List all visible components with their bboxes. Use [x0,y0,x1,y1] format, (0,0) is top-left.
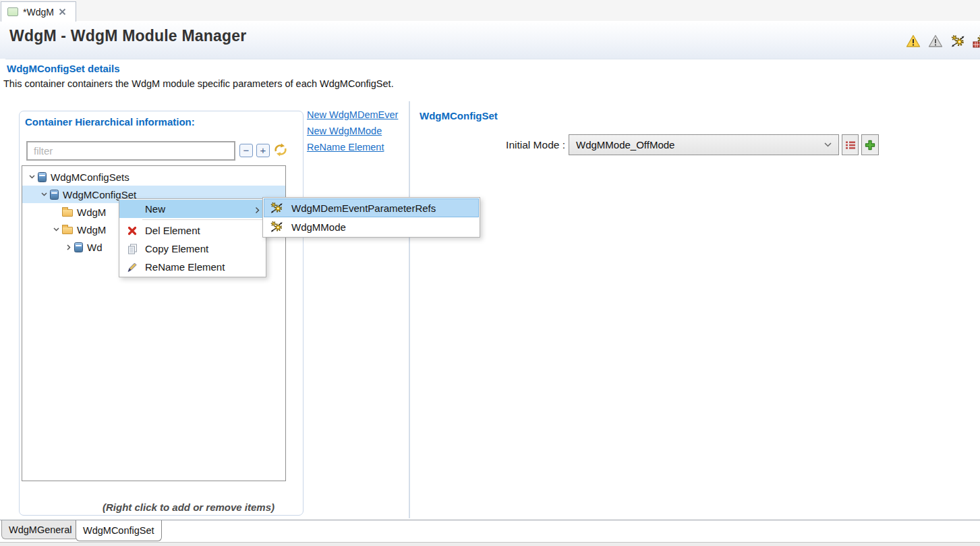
pencil-icon [125,262,139,273]
gears-icon [269,220,284,234]
delete-x-icon [125,226,139,236]
form-page-icon [7,7,18,16]
expand-all-button[interactable]: + [256,144,270,157]
add-mode-button[interactable] [861,134,879,155]
menu-separator [142,219,264,220]
right-panel-title: WdgMConfigSet [420,110,498,121]
warning-gray-icon[interactable] [927,34,944,49]
initial-mode-combobox[interactable]: WdgMMode_OffMode [569,134,839,155]
header-toolbar [905,34,980,49]
chevron-down-icon [824,142,832,147]
submenu-arrow-icon [255,204,260,216]
reference-list-button[interactable] [842,134,859,155]
plus-icon [864,139,876,151]
editor-tab-wdgm[interactable]: *WdgM [1,1,76,22]
editor-tab-bar: *WdgM [0,0,980,22]
module-icon [74,242,83,252]
tree-label: WdgM [77,207,106,218]
menu-item-rename-element[interactable]: ReName Element [119,258,266,276]
generate-gears-icon[interactable] [950,34,966,49]
copy-icon [125,244,139,254]
refresh-button[interactable] [272,142,289,159]
menu-item-new[interactable]: New [119,200,266,218]
panel-sash[interactable] [409,101,410,518]
section-title: WdgMConfigSet details [7,63,120,74]
page-title: WdgM - WdgM Module Manager [9,27,246,45]
module-icon [50,190,59,200]
new-submenu: WdgMDemEventParameterRefs WdgMMode [262,197,480,238]
tab-wdgmgeneral[interactable]: WdgMGeneral [1,520,79,539]
folder-icon [62,209,73,217]
container-hierarchy-panel: Container Hierarchical information: − + … [19,111,304,516]
close-icon[interactable] [59,8,66,16]
list-icon [845,140,856,150]
header-separator [5,59,980,59]
tree-row-wdgmconfigsets[interactable]: WdgMConfigSets [22,168,285,186]
menu-item-label: Del Element [145,225,200,236]
menu-item-label: New [145,203,165,215]
tab-wdgmconfigset[interactable]: WdgMConfigSet [76,520,162,541]
menu-item-label: ReName Element [145,261,225,273]
menu-item-del-element[interactable]: Del Element [119,221,266,240]
link-new-wdgmmode[interactable]: New WdgMMode [307,126,409,136]
tree-label: WdgMConfigSets [51,171,129,183]
menu-item-copy-element[interactable]: Copy Element [119,240,266,258]
chevron-down-icon[interactable] [26,175,38,179]
tree-label: WdgM [77,224,106,236]
editor-tab-title: *WdgM [23,7,54,18]
form-header: WdgM - WdgM Module Manager [0,21,980,59]
quick-links: New WdgMDemEver New WdgMMode ReName Elem… [307,109,409,153]
tree-label: Wd [87,242,103,253]
section-description: This container containers the WdgM modul… [3,78,394,89]
module-icon [38,172,47,182]
gears-icon [269,201,284,215]
folder-icon [62,227,73,234]
initial-mode-label: Initial Mode : [465,139,565,151]
submenu-item-wdgmmode[interactable]: WdgMMode [264,217,479,236]
chevron-right-icon[interactable] [63,244,74,250]
submenu-item-label: WdgMDemEventParameterRefs [291,202,436,214]
collapse-all-button[interactable]: − [239,144,253,157]
build-gears-icon[interactable] [972,34,980,49]
submenu-item-label: WdgMMode [291,221,346,233]
combobox-value: WdgMMode_OffMode [576,139,824,151]
tab-label: WdgMConfigSet [83,525,154,536]
tab-label: WdgMGeneral [9,524,71,535]
submenu-item-wdgmdemeventparameterrefs[interactable]: WdgMDemEventParameterRefs [264,198,479,217]
refresh-icon [272,148,289,159]
warning-yellow-icon[interactable] [905,34,921,49]
link-new-wdgmdemevent[interactable]: New WdgMDemEver [307,109,409,120]
hierarchy-panel-title: Container Hierarchical information: [25,116,195,128]
status-strip [0,542,980,546]
menu-item-label: Copy Element [145,243,208,254]
chevron-down-icon[interactable] [51,227,62,231]
chevron-down-icon[interactable] [38,192,50,196]
filter-input[interactable] [26,141,235,161]
right-click-hint: (Right click to add or remove items) [59,501,318,513]
context-menu: New Del Element Copy Element [119,198,266,277]
link-rename-element[interactable]: ReName Element [307,142,409,153]
